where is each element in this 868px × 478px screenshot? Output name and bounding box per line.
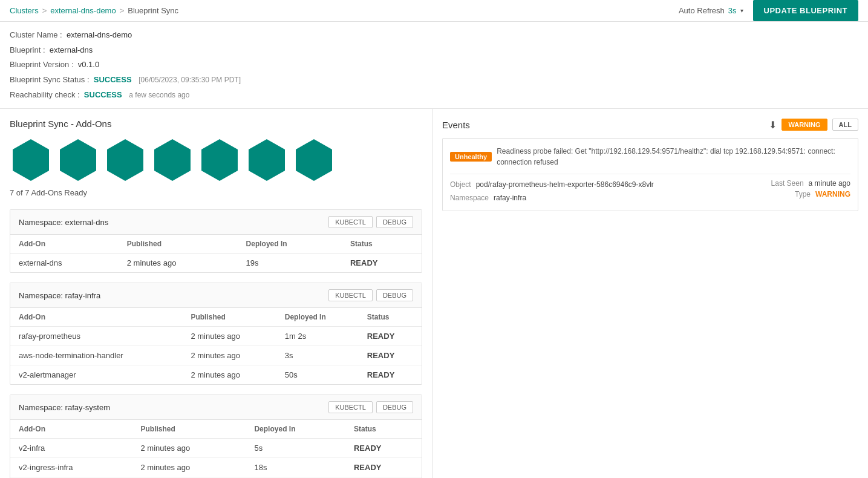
table-row: rafay-prometheus 2 minutes ago 1m 2s REA…: [10, 327, 422, 346]
events-controls: ⬇ WARNING ALL: [769, 119, 858, 131]
events-header: Events ⬇ WARNING ALL: [442, 119, 858, 131]
table-row: v2-alertmanager 2 minutes ago 50s READY: [10, 365, 422, 385]
table-row: aws-node-termination-handler 2 minutes a…: [10, 346, 422, 365]
addons-section-title: Blueprint Sync - Add-Ons: [10, 119, 422, 129]
namespace-btn-group-rafay-system: KUBECTL DEBUG: [328, 401, 413, 413]
top-bar: Clusters > external-dns-demo > Blueprint…: [0, 0, 868, 22]
breadcrumb-sep2: >: [120, 6, 125, 15]
addon-deployed-in: 1m 2s: [276, 327, 359, 346]
addon-published: 2 minutes ago: [182, 346, 276, 365]
event-object-value: pod/rafay-prometheus-helm-exporter-586c6…: [476, 180, 654, 189]
kubectl-btn-rafay-system[interactable]: KUBECTL: [328, 401, 373, 413]
kubectl-btn-rafay-infra[interactable]: KUBECTL: [328, 289, 373, 301]
col-status-external-dns: Status: [342, 235, 422, 254]
reachability-time: a few seconds ago: [129, 91, 189, 99]
event-namespace-value: rafay-infra: [494, 194, 526, 202]
blueprint-value: external-dns: [50, 45, 93, 54]
sync-status-label: Blueprint Sync Status :: [10, 75, 90, 84]
addon-published: 2 minutes ago: [119, 254, 238, 273]
addon-table-rafay-system: Add-On Published Deployed In Status v2-i…: [10, 420, 422, 478]
col-status-rafay-system: Status: [345, 420, 422, 439]
addons-count: 7 of 7 Add-Ons Ready: [10, 188, 422, 197]
addon-name: external-dns: [10, 254, 119, 273]
col-deployed-rafay-system: Deployed In: [246, 420, 345, 439]
addon-status: READY: [359, 346, 422, 365]
addon-published: 2 minutes ago: [132, 439, 246, 458]
event-namespace-label: Namespace: [450, 194, 489, 202]
table-row: external-dns 2 minutes ago 19s READY: [10, 254, 422, 273]
namespace-rafay-system: Namespace: rafay-system KUBECTL DEBUG Ad…: [10, 395, 422, 478]
col-status-rafay-infra: Status: [359, 308, 422, 327]
main-layout: Blueprint Sync - Add-Ons 7 of 7 Add-Ons …: [0, 109, 868, 478]
sync-status-date: [06/05/2023, 09:35:30 PM PDT]: [139, 76, 241, 84]
addon-deployed-in: 19s: [238, 254, 342, 273]
debug-btn-rafay-infra[interactable]: DEBUG: [376, 289, 413, 301]
left-panel: Blueprint Sync - Add-Ons 7 of 7 Add-Ons …: [0, 109, 432, 478]
version-label: Blueprint Version :: [10, 60, 74, 69]
col-addon-rafay-infra: Add-On: [10, 308, 182, 327]
event-object-label: Object: [450, 180, 471, 189]
table-row: v2-ingress-infra 2 minutes ago 18s READY: [10, 458, 422, 477]
breadcrumb-sep1: >: [42, 6, 47, 15]
namespace-title-rafay-system: Namespace: rafay-system: [19, 403, 110, 412]
addon-deployed-in: 18s: [246, 458, 345, 477]
col-published-external-dns: Published: [119, 235, 238, 254]
event-header-row: Unhealthy Readiness probe failed: Get "h…: [450, 146, 850, 168]
addon-status: READY: [359, 327, 422, 346]
update-blueprint-button[interactable]: UPDATE BLUEPRINT: [753, 0, 858, 21]
addon-deployed-in: 5s: [246, 439, 345, 458]
right-panel: Events ⬇ WARNING ALL Unhealthy Readiness…: [432, 109, 868, 478]
col-addon-external-dns: Add-On: [10, 235, 119, 254]
breadcrumb-clusters[interactable]: Clusters: [10, 6, 39, 15]
addon-status: READY: [359, 365, 422, 385]
col-addon-rafay-system: Add-On: [10, 420, 132, 439]
hex-1: [10, 139, 52, 181]
table-row: v2-infra 2 minutes ago 5s READY: [10, 439, 422, 458]
chevron-down-icon: ▾: [740, 7, 743, 14]
download-icon[interactable]: ⬇: [769, 119, 777, 131]
info-section: Cluster Name : external-dns-demo Bluepri…: [0, 22, 868, 109]
namespace-title-external-dns: Namespace: external-dns: [19, 218, 108, 227]
debug-btn-external-dns[interactable]: DEBUG: [376, 216, 413, 228]
cluster-name-label: Cluster Name :: [10, 30, 62, 39]
addon-status: READY: [342, 254, 422, 273]
kubectl-btn-external-dns[interactable]: KUBECTL: [328, 216, 373, 228]
breadcrumb-current: Blueprint Sync: [128, 6, 178, 15]
cluster-name-value: external-dns-demo: [67, 30, 132, 39]
addon-published: 2 minutes ago: [182, 365, 276, 385]
event-type-label: Type: [795, 190, 811, 198]
event-message: Readiness probe failed: Get "http://192.…: [497, 146, 850, 168]
hex-3: [104, 139, 146, 181]
auto-refresh-interval: 3s: [728, 6, 737, 15]
col-deployed-external-dns: Deployed In: [238, 235, 342, 254]
addon-name: v2-alertmanager: [10, 365, 182, 385]
namespace-title-rafay-infra: Namespace: rafay-infra: [19, 291, 100, 300]
hex-5: [198, 139, 241, 181]
filter-warning-btn[interactable]: WARNING: [782, 119, 827, 131]
addon-deployed-in: 50s: [276, 365, 359, 385]
namespace-header-rafay-system: Namespace: rafay-system KUBECTL DEBUG: [10, 395, 422, 420]
filter-all-btn[interactable]: ALL: [832, 119, 858, 131]
event-namespace-row: Namespace rafay-infra: [450, 192, 654, 203]
hex-6: [246, 139, 288, 181]
breadcrumb-cluster[interactable]: external-dns-demo: [50, 6, 116, 15]
addon-status: READY: [345, 439, 422, 458]
hex-2: [57, 139, 99, 181]
auto-refresh-label: Auto Refresh: [679, 6, 725, 15]
addon-status: READY: [345, 458, 422, 477]
breadcrumb: Clusters > external-dns-demo > Blueprint…: [10, 6, 178, 15]
auto-refresh[interactable]: Auto Refresh 3s ▾: [679, 6, 743, 15]
namespace-btn-group-external-dns: KUBECTL DEBUG: [328, 216, 413, 228]
col-deployed-rafay-infra: Deployed In: [276, 308, 359, 327]
namespace-external-dns: Namespace: external-dns KUBECTL DEBUG Ad…: [10, 209, 422, 273]
namespace-rafay-infra: Namespace: rafay-infra KUBECTL DEBUG Add…: [10, 283, 422, 385]
blueprint-label: Blueprint :: [10, 45, 45, 54]
debug-btn-rafay-system[interactable]: DEBUG: [376, 401, 413, 413]
events-title: Events: [442, 120, 470, 130]
addon-name: rafay-prometheus: [10, 327, 182, 346]
addon-published: 2 minutes ago: [182, 327, 276, 346]
event-last-seen-label: Last Seen: [771, 179, 804, 188]
version-value: v0.1.0: [78, 60, 99, 69]
addon-table-external-dns: Add-On Published Deployed In Status exte…: [10, 235, 422, 272]
reachability-value: SUCCESS: [84, 90, 122, 99]
